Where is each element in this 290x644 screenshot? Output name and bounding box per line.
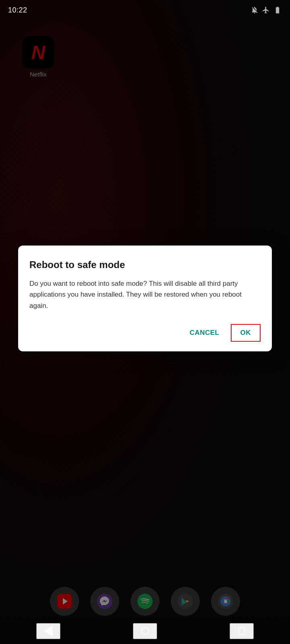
status-icons [251,6,282,14]
cancel-button[interactable]: CANCEL [182,324,228,342]
battery-icon [273,6,282,14]
recents-icon [238,627,245,635]
home-icon [141,627,149,635]
dialog-message: Do you want to reboot into safe mode? Th… [29,278,261,311]
airplane-icon [262,6,270,14]
ok-button[interactable]: OK [231,324,261,342]
dialog-title: Reboot to safe mode [29,258,261,271]
dialog-buttons: CANCEL OK [29,324,261,342]
nav-recents-button[interactable] [230,623,254,639]
status-bar: 10:22 [0,0,290,20]
status-time: 10:22 [8,6,27,14]
back-icon [44,625,53,637]
nav-back-button[interactable] [36,623,60,639]
notifications-off-icon [251,6,259,14]
reboot-safe-mode-dialog: Reboot to safe mode Do you want to reboo… [18,246,272,351]
nav-home-button[interactable] [133,623,157,639]
navigation-bar [0,618,290,644]
